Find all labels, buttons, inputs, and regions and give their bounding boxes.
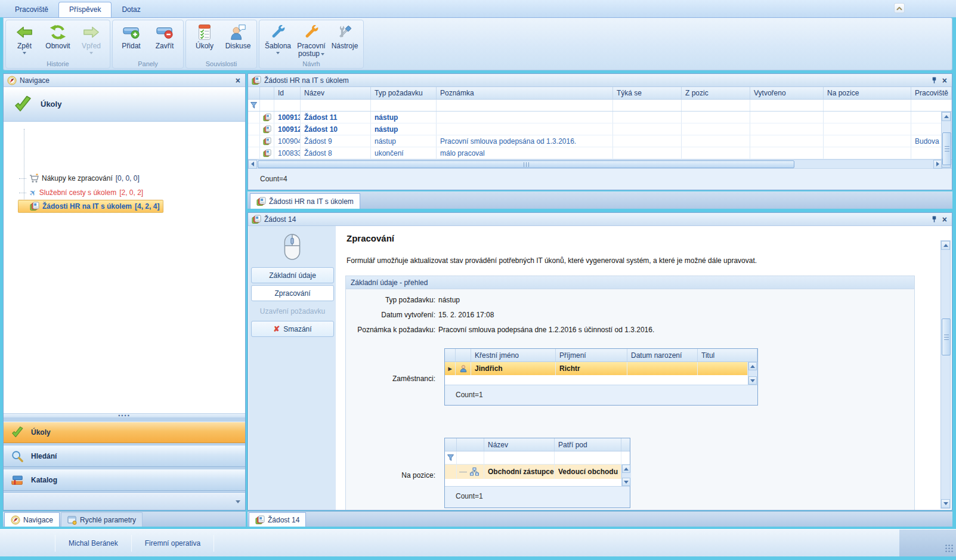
tree-item-zadosti-hr[interactable]: Žádosti HR na IT s úkolem [4, 2, 4] [18,200,163,213]
ribbon-collapse-button[interactable] [894,3,905,13]
vertical-scrollbar[interactable] [621,465,631,486]
scroll-down-button[interactable] [748,376,757,385]
pin-icon[interactable] [930,76,938,84]
filter-cell[interactable] [457,451,484,464]
column-header-poznamka[interactable]: Poznámka [437,87,613,99]
discussion-button[interactable]: Diskuse [221,21,255,50]
request-detail-panel: Žádost 14 × Základní údaje Zpracování Uz… [247,212,952,511]
detail-content: Zpracování Formulář umožňuje aktualizova… [336,226,940,510]
scroll-down-button[interactable] [941,499,950,508]
filter-cell[interactable] [911,100,952,111]
filter-cell[interactable] [555,451,621,464]
back-button[interactable]: Zpět [8,21,41,54]
horizontal-scrollbar[interactable] [248,159,952,168]
table-row[interactable]: 100904 Žádost 9 nástup Pracovní smlouva … [248,135,952,147]
filter-cell[interactable] [248,100,260,111]
splitter-handle[interactable]: •••• [4,413,245,418]
table-row[interactable]: 100912 Žádost 10 nástup [248,123,952,135]
pin-icon[interactable] [930,215,938,223]
na-pozice-label: Na pozice: [346,471,435,508]
tab-label: Navigace [23,516,53,524]
scroll-up-button[interactable] [941,241,950,250]
tab-dotaz[interactable]: Dotaz [112,2,150,17]
workflow-button[interactable]: Pracovní postup [295,21,328,58]
tab-prispevek[interactable]: Příspěvek [58,2,112,17]
tab-label: Žádosti HR na IT s úkolem [269,197,354,206]
table-row[interactable]: ▶ Jindřich Richtr [445,362,748,375]
column-header[interactable]: Příjmení [556,349,627,361]
table-count-summary: Count=1 [445,486,630,508]
scroll-up-button[interactable] [748,362,757,370]
close-icon[interactable]: × [234,76,242,85]
vertical-scrollbar[interactable] [748,362,757,385]
filter-cell[interactable] [613,100,682,111]
filter-cell[interactable] [750,100,824,111]
column-header-nazev[interactable]: Název [301,87,371,99]
column-header-typ[interactable]: Typ požadavku [371,87,437,99]
computer-mouse-icon [282,233,302,261]
column-header-pracoviste[interactable]: Pracoviště [911,87,952,99]
column-header-tyka-se[interactable]: Týká se [613,87,682,99]
nav-button-katalog[interactable]: Katalog [4,469,245,491]
close-icon[interactable]: × [941,76,948,85]
scrollbar-thumb[interactable] [258,160,794,168]
close-panel-button[interactable]: Zavřít [148,21,181,50]
nav-button-ukoly[interactable]: Úkoly [4,422,245,443]
table-row[interactable]: 100913 Žádost 11 nástup [248,112,952,123]
column-header-vytvoreno[interactable]: Vytvořeno [750,87,824,99]
filter-cell[interactable] [371,100,437,111]
scrollbar-thumb[interactable] [942,132,951,165]
column-header[interactable]: Datum narození [627,349,698,361]
tab-rychle-parametry[interactable]: Rychlé parametry [61,512,143,527]
scroll-down-button[interactable] [622,478,630,486]
filter-cell[interactable] [437,100,613,111]
add-panel-button[interactable]: Přidat [115,21,148,50]
column-header[interactable]: Patří pod [555,438,621,451]
scroll-up-button[interactable] [942,112,951,121]
tasks-group-header[interactable]: Úkoly [4,87,245,122]
filter-cell[interactable] [301,100,371,111]
green-check-icon [11,426,24,439]
filter-cell[interactable] [682,100,750,111]
tree-item-sluzebni-cesty[interactable]: ✈ Služební cesty s úkolem [2, 0, 2] [18,186,147,199]
tab-navigace[interactable]: Navigace [4,512,60,527]
detail-nav-zakladni-udaje[interactable]: Základní údaje [251,267,334,283]
column-header-z-pozic[interactable]: Z pozic [682,87,750,99]
column-header[interactable]: Titul [698,349,757,361]
tree-item-nakupy[interactable]: Nákupy ke zpracování [0, 0, 0] [18,172,143,185]
table-row[interactable]: 100833 Žádost 8 ukončení málo pracoval [248,147,952,159]
vertical-scrollbar[interactable] [941,112,951,168]
navigace-panel-title: Navigace × [4,74,245,87]
tab-zadost-14[interactable]: Žádost 14 [249,512,306,527]
vertical-scrollbar[interactable] [940,240,951,509]
column-header-na-pozice[interactable]: Na pozice [824,87,911,99]
tab-pracoviste[interactable]: Pracoviště [5,2,58,17]
tools-button[interactable]: Nástroje [328,21,361,50]
column-header[interactable]: Křestní jméno [471,349,556,361]
nav-button-hledani[interactable]: Hledání [4,445,245,467]
filter-cell[interactable] [445,451,457,464]
scrollbar-thumb[interactable] [942,318,951,355]
detail-nav-uzavreni: Uzavření požadavku [251,303,334,319]
filter-cell[interactable] [824,100,911,111]
filter-cell[interactable] [484,451,555,464]
filter-cell[interactable] [260,100,274,111]
refresh-button[interactable]: Obnovit [41,21,75,50]
close-icon[interactable]: × [941,215,948,224]
detail-nav-smazani[interactable]: ✘ Smazání [251,321,334,337]
scroll-left-button[interactable] [248,160,257,169]
magnifier-icon [11,450,24,463]
column-header-id[interactable]: Id [274,87,301,99]
column-header[interactable]: Název [484,438,555,451]
table-row[interactable]: Obchodní zástupce Vedoucí obchodu [445,465,621,479]
scroll-up-button[interactable] [622,465,630,473]
resize-grip[interactable] [899,530,956,556]
tasks-button[interactable]: Úkoly [188,21,221,50]
chevron-up-icon [895,4,904,13]
detail-nav-zpracovani[interactable]: Zpracování [251,285,334,301]
tab-zadosti-hr[interactable]: Žádosti HR na IT s úkolem [250,193,360,209]
nav-overflow-bar[interactable] [4,493,245,510]
filter-cell[interactable] [274,100,301,111]
forward-button: Vpřed [75,21,108,54]
template-button[interactable]: Šablona [261,21,295,54]
